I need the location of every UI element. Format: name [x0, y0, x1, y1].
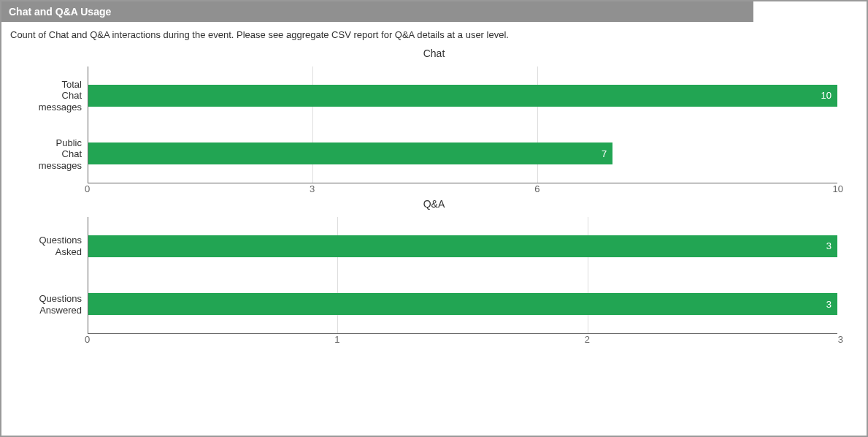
x-tick: 1 — [334, 334, 339, 345]
x-tick: 3 — [838, 334, 843, 345]
panel-description: Count of Chat and Q&A interactions durin… — [1, 22, 867, 45]
bar: 3 — [88, 235, 837, 257]
chart-title: Chat — [1, 48, 867, 59]
x-tick: 0 — [85, 183, 90, 194]
x-tick: 2 — [585, 334, 590, 345]
chart-title: Q&A — [1, 198, 867, 210]
x-tick: 0 — [85, 334, 90, 345]
x-tick: 3 — [310, 183, 315, 194]
bar: 3 — [88, 293, 837, 315]
plot-area: 3 3 — [88, 217, 837, 334]
y-label: TotalChatmessages — [9, 66, 82, 125]
chart-qa: QuestionsAsked QuestionsAnswered 3 3 — [1, 217, 867, 334]
x-tick: 10 — [833, 183, 843, 194]
y-label: QuestionsAsked — [9, 217, 82, 276]
bar: 10 — [88, 85, 837, 107]
panel-title: Chat and Q&A Usage — [1, 1, 753, 22]
y-label: PublicChatmessages — [9, 125, 82, 183]
x-tick: 6 — [534, 183, 539, 194]
y-label: QuestionsAnswered — [9, 276, 82, 334]
y-axis-labels: TotalChatmessages PublicChatmessages — [9, 66, 88, 183]
y-axis-labels: QuestionsAsked QuestionsAnswered — [9, 217, 88, 334]
bar: 7 — [88, 142, 612, 164]
chart-chat: TotalChatmessages PublicChatmessages 10 … — [1, 66, 867, 183]
plot-area: 10 7 — [88, 66, 837, 183]
panel: Chat and Q&A Usage Count of Chat and Q&A… — [0, 0, 868, 437]
